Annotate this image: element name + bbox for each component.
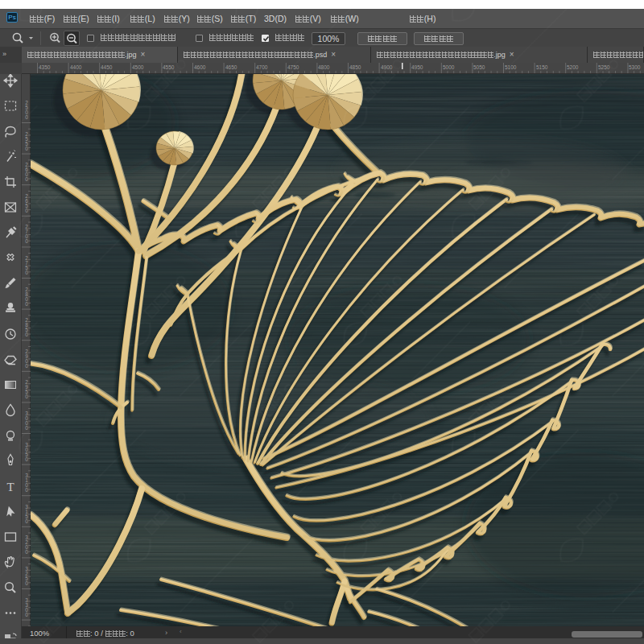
svg-text:T: T: [6, 481, 14, 493]
